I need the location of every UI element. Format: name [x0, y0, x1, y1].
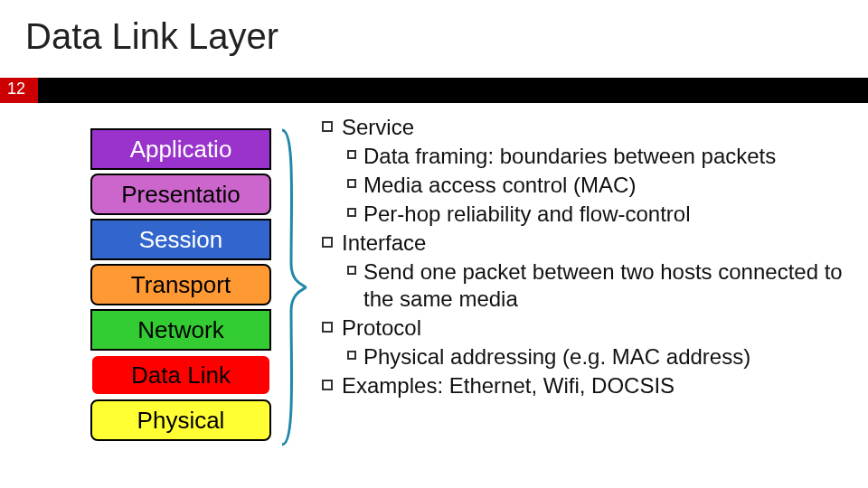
bullet-protocol-addressing: Physical addressing (e.g. MAC address) — [347, 343, 868, 371]
layer-network: Network — [90, 309, 271, 351]
layer-presentation: Presentatio — [90, 174, 271, 215]
layer-session: Session — [90, 219, 271, 260]
heading-service: Service — [322, 114, 868, 141]
heading-protocol: Protocol — [322, 314, 868, 342]
bullet-square-icon — [322, 380, 333, 390]
bullet-square-icon — [347, 179, 356, 188]
heading-interface: Interface — [322, 230, 868, 257]
bullet-content: Service Data framing: boundaries between… — [298, 108, 868, 488]
bullet-service-reliability: Per-hop reliability and flow-control — [347, 201, 868, 228]
bullet-square-icon — [347, 266, 356, 275]
bullet-interface-send: Send one packet between two hosts connec… — [347, 258, 868, 313]
layer-transport: Transport — [90, 264, 271, 305]
curly-brace-icon — [278, 128, 309, 446]
slide-number: 12 — [7, 80, 25, 99]
bullet-square-icon — [322, 121, 333, 132]
bullet-service-framing: Data framing: boundaries between packets — [347, 143, 868, 170]
bullet-service-mac: Media access control (MAC) — [347, 172, 868, 199]
bullet-square-icon — [347, 150, 356, 159]
bullet-square-icon — [347, 208, 356, 217]
layer-data-link: Data Link — [90, 354, 271, 396]
layer-application: Applicatio — [90, 128, 271, 170]
title-underline-black — [0, 78, 868, 103]
slide-title: Data Link Layer — [0, 0, 868, 66]
bullet-square-icon — [347, 351, 356, 360]
bullet-square-icon — [322, 237, 333, 248]
bullet-square-icon — [322, 322, 333, 333]
heading-examples: Examples: Ethernet, Wifi, DOCSIS — [322, 372, 868, 399]
content-area: Applicatio Presentatio Session Transport… — [0, 108, 868, 488]
layer-physical: Physical — [90, 399, 271, 441]
osi-layer-column: Applicatio Presentatio Session Transport… — [0, 108, 298, 488]
osi-layer-stack: Applicatio Presentatio Session Transport… — [90, 128, 271, 441]
